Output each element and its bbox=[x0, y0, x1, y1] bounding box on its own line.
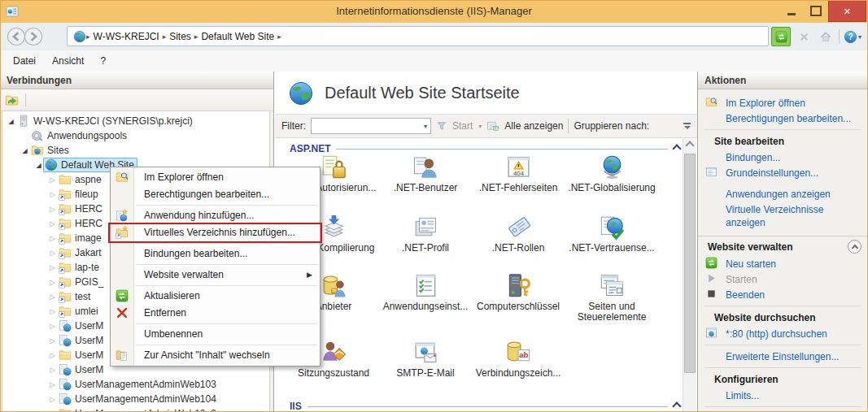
close-button[interactable]: × bbox=[828, 0, 866, 22]
collapse-aspnet-icon[interactable] bbox=[672, 144, 681, 153]
action-virtuelle-verzeichnisse-anzeigen[interactable]: Virtuelle Verzeichnisse anzeigen bbox=[698, 202, 868, 231]
feature-net-rollen[interactable]: .NET-Rollen bbox=[473, 214, 564, 254]
action-80-http-durchsuchen[interactable]: *:80 (http) durchsuchen bbox=[698, 326, 868, 341]
feature-net-vertrauense[interactable]: .NET-Vertrauense... bbox=[566, 214, 657, 254]
context-menu-item-entfernen[interactable]: Entfernen bbox=[111, 305, 320, 322]
tree-node[interactable]: UserM bbox=[57, 319, 107, 333]
action-erweiterte-einstellungen[interactable]: Erweiterte Einstellungen... bbox=[698, 349, 868, 364]
tree-node[interactable]: W-WS-KREJCI (SYNERGIS\p.krejci) bbox=[15, 114, 196, 128]
view-split-button[interactable] bbox=[683, 123, 691, 129]
action-im-explorer-ffnen[interactable]: Im Explorer öffnen bbox=[698, 95, 868, 111]
context-menu-item-zur-ansicht-inhalt-wechseln[interactable]: Zur Ansicht "Inhalt" wechseln bbox=[111, 347, 320, 364]
context-menu-item-berechtigungen-bearbeiten[interactable]: Berechtigungen bearbeiten... bbox=[111, 186, 320, 203]
action-grundeinstellungen[interactable]: Grundeinstellungen... bbox=[698, 165, 868, 180]
feature-computerschl-ssel[interactable]: Computerschlüssel bbox=[473, 272, 564, 312]
tree-item-anwendungspools[interactable]: Anwendungspools bbox=[2, 128, 269, 143]
tree-expand-icon[interactable]: ▷ bbox=[48, 206, 57, 213]
menu-[interactable]: ? bbox=[92, 51, 114, 72]
context-menu-item-website-verwalten[interactable]: Website verwalten▶ bbox=[111, 267, 320, 284]
scroll-up-icon[interactable] bbox=[683, 139, 696, 151]
action-beenden[interactable]: Beenden bbox=[698, 287, 868, 302]
tree-node[interactable]: PGIS_ bbox=[57, 275, 107, 289]
tree-expand-icon[interactable]: ◢ bbox=[34, 162, 43, 169]
breadcrumb-item-w-ws-krejci[interactable]: W-WS-KREJCI bbox=[94, 31, 159, 42]
feature-seiten-und-steuerelemente[interactable]: Seiten und Steuerelemente bbox=[566, 272, 657, 323]
create-connection-icon[interactable] bbox=[5, 93, 19, 107]
stop-button[interactable] bbox=[795, 28, 813, 46]
tree-item-usermanagementadminweb103[interactable]: ▷UserManagementAdminWeb103 bbox=[2, 377, 269, 392]
tree-node[interactable]: UserManagementAdminWeb104 bbox=[57, 392, 220, 406]
tree-node[interactable]: fileup bbox=[57, 187, 102, 202]
tree-node[interactable]: test bbox=[57, 289, 94, 304]
tree-node[interactable]: aspne bbox=[57, 172, 105, 187]
tree-node[interactable]: UserM bbox=[57, 362, 107, 377]
tree-item-w-ws-krejci-synergis-p-krejci[interactable]: ◢W-WS-KREJCI (SYNERGIS\p.krejci) bbox=[2, 114, 269, 128]
tree-item-usermangementadminweb10-3[interactable]: ▷UserMangementAdminWeb10_3 bbox=[2, 406, 269, 412]
filter-input[interactable]: ▾ bbox=[311, 118, 431, 134]
action-berechtigungen-bearbeiten[interactable]: Berechtigungen bearbeiten... bbox=[698, 111, 868, 126]
tree-expand-icon[interactable]: ▷ bbox=[48, 337, 57, 345]
context-menu-item-umbenennen[interactable]: Umbenennen bbox=[111, 326, 320, 343]
tree-expand-icon[interactable]: ◢ bbox=[20, 147, 29, 154]
feature-verbindungszeich[interactable]: Verbindungszeich... bbox=[473, 339, 564, 379]
context-menu-item-aktualisieren[interactable]: Aktualisieren bbox=[111, 288, 320, 305]
tree-node[interactable]: UserMangementAdminWeb10_3 bbox=[57, 406, 220, 412]
breadcrumb[interactable]: ▸W-WS-KREJCI▸Sites▸Default Web Site▸ bbox=[67, 26, 769, 46]
menu-ansicht[interactable]: Ansicht bbox=[44, 51, 92, 72]
tree-expand-icon[interactable]: ▷ bbox=[48, 293, 57, 301]
tree-node[interactable]: umlei bbox=[57, 304, 102, 319]
tree-expand-icon[interactable]: ▷ bbox=[48, 396, 57, 403]
tree-node[interactable]: Sites bbox=[29, 143, 72, 158]
tree-node[interactable]: Anwendungspools bbox=[29, 128, 130, 143]
feature-smtp-e-mail[interactable]: SMTP-E-Mail bbox=[380, 339, 471, 379]
feature-net-profil[interactable]: .NET-Profil bbox=[380, 214, 471, 254]
feature-net-globalisierung[interactable]: .NET-Globalisierung bbox=[566, 154, 657, 193]
tree-expand-icon[interactable]: ▷ bbox=[48, 323, 57, 330]
action-anwendungen-anzeigen[interactable]: Anwendungen anzeigen bbox=[698, 186, 868, 202]
tree-node[interactable]: HERC bbox=[57, 202, 106, 216]
tree-node[interactable]: UserM bbox=[57, 348, 107, 362]
collapse-iis-icon[interactable] bbox=[672, 401, 681, 410]
action-limits[interactable]: Limits... bbox=[698, 388, 868, 403]
feature-net-benutzer[interactable]: .NET-Benutzer bbox=[380, 154, 471, 193]
tree-node[interactable]: Jakart bbox=[57, 245, 105, 260]
action-neu-starten[interactable]: Neu starten bbox=[698, 256, 868, 271]
home-button[interactable] bbox=[817, 28, 835, 46]
tree-expand-icon[interactable]: ◢ bbox=[7, 118, 15, 125]
feature-net-fehlerseiten[interactable]: .NET-Fehlerseiten bbox=[473, 154, 564, 193]
context-menu-item-virtuelles-verzeichnis-hinzuf-ge[interactable]: Virtuelles Verzeichnis hinzufügen... bbox=[111, 224, 320, 241]
context-menu-item-im-explorer-ffnen[interactable]: Im Explorer öffnen bbox=[111, 169, 320, 186]
tree-item-sites[interactable]: ◢Sites bbox=[2, 143, 269, 158]
tree-expand-icon[interactable]: ▷ bbox=[48, 235, 57, 242]
tree-expand-icon[interactable]: ▷ bbox=[48, 366, 57, 374]
tree-expand-icon[interactable]: ▷ bbox=[48, 220, 57, 228]
forward-button[interactable] bbox=[24, 27, 43, 46]
tree-expand-icon[interactable]: ▷ bbox=[48, 191, 57, 198]
action-bindungen[interactable]: Bindungen... bbox=[698, 150, 868, 165]
tree-node[interactable]: image bbox=[57, 231, 105, 245]
tree-expand-icon[interactable]: ▷ bbox=[48, 176, 57, 184]
content-scrollbar[interactable] bbox=[683, 139, 696, 412]
tree-expand-icon[interactable]: ▷ bbox=[48, 308, 57, 315]
tree-item-usermanagementadminweb104[interactable]: ▷UserManagementAdminWeb104 bbox=[2, 392, 269, 406]
feature-anwendungseinst[interactable]: Anwendungseinst... bbox=[380, 272, 471, 312]
breadcrumb-item-default-web-site[interactable]: Default Web Site bbox=[201, 31, 274, 42]
filter-start-button[interactable]: Start bbox=[452, 120, 473, 132]
show-all-button[interactable]: Alle anzeigen bbox=[504, 120, 563, 132]
tree-expand-icon[interactable]: ▷ bbox=[48, 381, 57, 388]
tree-node[interactable]: lap-te bbox=[57, 260, 103, 275]
breadcrumb-item-sites[interactable]: Sites bbox=[169, 31, 191, 42]
tree-expand-icon[interactable]: ▷ bbox=[48, 249, 57, 257]
tree-node[interactable]: UserManagementAdminWeb103 bbox=[57, 377, 220, 392]
tree-expand-icon[interactable]: ▷ bbox=[48, 352, 57, 359]
tree-expand-icon[interactable]: ▷ bbox=[48, 264, 57, 271]
minimize-button[interactable] bbox=[779, 1, 804, 20]
context-menu-item-bindungen-bearbeiten[interactable]: Bindungen bearbeiten... bbox=[111, 245, 320, 262]
refresh-button[interactable] bbox=[771, 27, 791, 46]
menu-datei[interactable]: Datei bbox=[5, 51, 44, 72]
collapse-section-button[interactable] bbox=[848, 240, 861, 254]
tree-node[interactable]: HERC bbox=[57, 216, 106, 231]
tree-node[interactable]: UserM bbox=[57, 333, 107, 348]
scrollbar-thumb[interactable] bbox=[684, 154, 696, 373]
filter-start-dropdown[interactable]: ▾ bbox=[478, 123, 482, 130]
